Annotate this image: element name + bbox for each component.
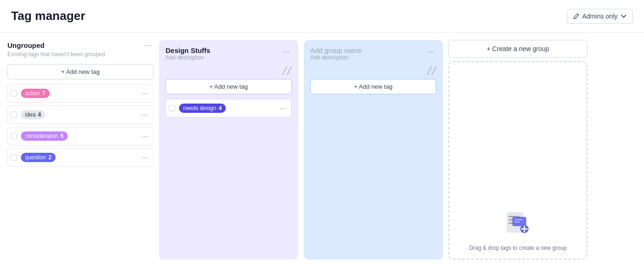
chevron-down-icon — [620, 13, 627, 20]
group-menu-button[interactable]: ··· — [426, 46, 436, 57]
svg-rect-5 — [514, 219, 523, 221]
group-description: Add description — [166, 54, 210, 61]
create-group-panel: + Create a new group — [448, 40, 587, 260]
group-title: Design Stuffs — [166, 46, 210, 54]
group-add-tag-button[interactable]: + Add new tag — [310, 79, 436, 94]
pencil-icon — [573, 13, 580, 20]
main-content: Ungrouped ··· Existing tags that haven't… — [0, 33, 644, 267]
drop-zone[interactable]: Drag & drop tags to create a new group — [448, 61, 587, 260]
group-description: Add description — [310, 54, 362, 61]
tag-checkbox[interactable] — [11, 90, 17, 97]
page-header: Tag manager Admins only — [0, 0, 644, 33]
ungrouped-subtitle: Existing tags that haven't been grouped — [7, 51, 153, 58]
tag-menu-button[interactable]: ··· — [140, 152, 150, 163]
group-add-tag-button[interactable]: + Add new tag — [166, 79, 292, 94]
svg-rect-6 — [514, 221, 520, 223]
group-header: Add group name Add description ··· — [310, 46, 436, 65]
tag-item: question 2 ··· — [7, 148, 153, 167]
create-new-group-button[interactable]: + Create a new group — [448, 40, 587, 58]
resize-handle: ╱╱ — [166, 66, 292, 75]
tag-checkbox[interactable] — [11, 111, 17, 118]
group-add-name: Add group name Add description ··· ╱╱ + … — [304, 40, 443, 260]
tag-badge: question 2 — [21, 153, 56, 162]
tag-badge: idea 4 — [21, 110, 45, 119]
group-menu-button[interactable]: ··· — [281, 46, 292, 57]
admins-only-button[interactable]: Admins only — [567, 9, 633, 24]
ungrouped-menu-button[interactable]: ··· — [143, 40, 153, 50]
tag-checkbox[interactable] — [11, 154, 17, 161]
svg-rect-4 — [512, 217, 526, 226]
ungrouped-add-tag-button[interactable]: + Add new tag — [7, 64, 153, 79]
tag-checkbox[interactable] — [11, 133, 17, 139]
tag-badge: action 7 — [21, 89, 50, 98]
tag-item: action 7 ··· — [7, 84, 153, 103]
drop-icon-area — [503, 208, 533, 237]
drop-zone-text: Drag & drop tags to create a new group — [469, 245, 567, 251]
tag-menu-button[interactable]: ··· — [140, 110, 150, 120]
page-title: Tag manager — [11, 9, 85, 23]
tag-item: needs design 4 ··· — [166, 99, 292, 117]
tag-badge: needs design 4 — [179, 104, 226, 113]
group-header: Design Stuffs Add description ··· — [166, 46, 292, 65]
tag-menu-button[interactable]: ··· — [140, 131, 150, 141]
tag-menu-button[interactable]: ··· — [140, 88, 150, 98]
ungrouped-column: Ungrouped ··· Existing tags that haven't… — [7, 40, 153, 260]
tag-item: consideration 5 ··· — [7, 127, 153, 145]
group-title-placeholder: Add group name — [310, 46, 362, 54]
tag-item: idea 4 ··· — [7, 105, 153, 124]
tag-menu-button[interactable]: ··· — [278, 103, 288, 113]
group-design-stuffs: Design Stuffs Add description ··· ╱╱ + A… — [159, 40, 298, 260]
resize-handle: ╱╱ — [310, 66, 436, 75]
tag-checkbox[interactable] — [169, 105, 175, 111]
drop-illustration — [503, 208, 533, 237]
ungrouped-header: Ungrouped ··· Existing tags that haven't… — [7, 40, 153, 62]
tag-badge: consideration 5 — [21, 131, 68, 141]
ungrouped-title: Ungrouped — [7, 41, 45, 49]
